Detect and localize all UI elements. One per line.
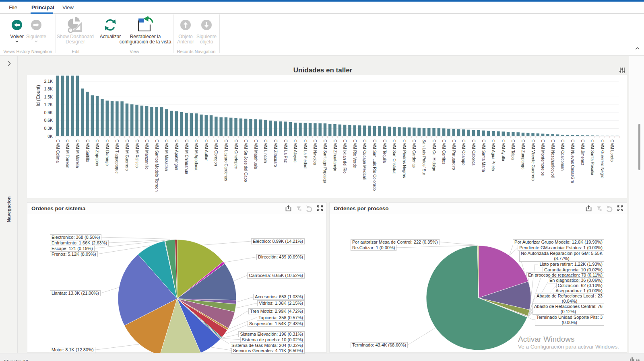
svg-text:CMM Cerritos: CMM Cerritos: [442, 139, 446, 164]
svg-text:CMM Saltillo: CMM Saltillo: [85, 139, 90, 162]
svg-text:CMM Durango: CMM Durango: [105, 139, 109, 166]
svg-text:CMM M Torreón: CMM M Torreón: [65, 139, 70, 168]
svg-text:CMM Obregon: CMM Obregon: [214, 139, 218, 166]
svg-text:CMM Ocampo: CMM Ocampo: [461, 139, 466, 166]
svg-text:CMM Rio Verde: CMM Rio Verde: [353, 139, 357, 168]
svg-text:CMM Guerrero Negro: CMM Guerrero Negro: [600, 139, 605, 178]
svg-text:CMM Apatzingan: CMM Apatzingan: [174, 139, 179, 170]
svg-text:CMM Matehuala: CMM Matehuala: [254, 139, 258, 169]
svg-text:CMM Atoyac: CMM Atoyac: [293, 139, 297, 162]
svg-text:CMM Nezahualcoyotl: CMM Nezahualcoyotl: [551, 139, 555, 178]
svg-text:CMM Ixtlan del Rio: CMM Ixtlan del Rio: [343, 139, 347, 174]
svg-text:CMM Zapopan: CMM Zapopan: [95, 139, 99, 166]
svg-text:CMM Loreto: CMM Loreto: [610, 139, 614, 162]
svg-text:0K: 0K: [47, 134, 53, 139]
svg-text:CMM Montemorelos: CMM Montemorelos: [541, 139, 545, 176]
svg-text:CMM Zitacuaro: CMM Zitacuaro: [273, 139, 278, 167]
svg-text:CMM Talpa: CMM Talpa: [511, 139, 515, 160]
svg-text:0.9K: 0.9K: [44, 110, 53, 115]
svg-text:CMM Manzanillo: CMM Manzanillo: [144, 139, 149, 170]
svg-text:CMM Piedras Negras: CMM Piedras Negras: [402, 139, 407, 178]
svg-text:CMM M Morelia: CMM M Morelia: [75, 139, 80, 168]
svg-text:CMM Santiago Papasqu: CMM Santiago Papasqu: [323, 139, 327, 183]
svg-text:0.3K: 0.3K: [44, 126, 53, 131]
svg-text:San Luis Potosí Sur: San Luis Potosí Sur: [422, 139, 426, 175]
svg-text:CMM Colima: CMM Colima: [56, 139, 60, 163]
svg-text:CMM Tequila: CMM Tequila: [382, 139, 387, 163]
svg-text:CMM La Piedad: CMM La Piedad: [303, 139, 308, 168]
svg-text:CMM M Chihuahua: CMM M Chihuahua: [184, 139, 189, 174]
svg-text:CMM Jimenez: CMM Jimenez: [580, 139, 585, 165]
svg-text:CMM M Guerrero: CMM M Guerrero: [125, 139, 129, 171]
svg-text:CMM Autlan: CMM Autlan: [204, 139, 208, 161]
svg-text:CMM Lincoln: CMM Lincoln: [263, 139, 268, 163]
svg-text:CMM Ayutla: CMM Ayutla: [501, 139, 506, 161]
svg-text:CMM Tlaquepaque: CMM Tlaquepaque: [115, 139, 119, 174]
svg-text:CMM M Mazatlan: CMM M Mazatlan: [164, 139, 169, 171]
svg-text:CMM Lazaro Cardenas: CMM Lazaro Cardenas: [224, 139, 228, 181]
svg-text:CMM Ometepec: CMM Ometepec: [234, 139, 238, 169]
svg-text:CMM Santos Modelo Torreon: CMM Santos Modelo Torreon: [155, 139, 159, 192]
svg-text:1.8K: 1.8K: [44, 86, 53, 91]
svg-text:CMM La Paz: CMM La Paz: [283, 139, 288, 163]
svg-text:CMM Cucapa Mexicali: CMM Cucapa Mexicali: [362, 139, 367, 180]
svg-text:CMM Agua Prieta: CMM Agua Prieta: [491, 139, 495, 171]
svg-text:CMM Vicente Guerrero: CMM Vicente Guerrero: [531, 139, 535, 181]
svg-text:CMM M Apodaca: CMM M Apodaca: [194, 139, 198, 170]
svg-text:CMM Puruandiro: CMM Puruandiro: [452, 139, 456, 170]
svg-text:CMM Nuevas CasasGra: CMM Nuevas CasasGra: [570, 139, 575, 183]
svg-text:CMM Cd. Hidalgo: CMM Cd. Hidalgo: [432, 139, 436, 171]
svg-text:2.1K: 2.1K: [44, 79, 53, 84]
svg-text:CMM Cardenas: CMM Cardenas: [412, 139, 416, 168]
svg-text:CMM Caborca: CMM Caborca: [471, 139, 476, 166]
svg-text:0.6K: 0.6K: [44, 118, 53, 123]
svg-text:CMM Santa Rosalia: CMM Santa Rosalia: [590, 139, 594, 175]
svg-text:CMM San Luis Río Colorado: CMM San Luis Río Colorado: [372, 139, 377, 191]
svg-text:CMM Sn Jose del Cabo: CMM Sn Jose del Cabo: [244, 139, 248, 182]
svg-text:CMM Navojoa: CMM Navojoa: [313, 139, 317, 165]
svg-text:Id (Count): Id (Count): [35, 85, 41, 106]
svg-text:1.2K: 1.2K: [44, 102, 53, 107]
svg-text:CMM Coalcoman: CMM Coalcoman: [560, 139, 565, 170]
svg-text:CMM Zumpango: CMM Zumpango: [521, 139, 525, 170]
svg-text:CMM San Cristobal: CMM San Cristobal: [392, 139, 396, 174]
svg-text:CMM Zihuatanejo: CMM Zihuatanejo: [333, 139, 337, 171]
svg-text:1.5K: 1.5K: [44, 94, 53, 99]
svg-text:CMM M Xalisco: CMM M Xalisco: [135, 139, 139, 168]
svg-text:CMM Santa Maria: CMM Santa Maria: [481, 139, 486, 172]
